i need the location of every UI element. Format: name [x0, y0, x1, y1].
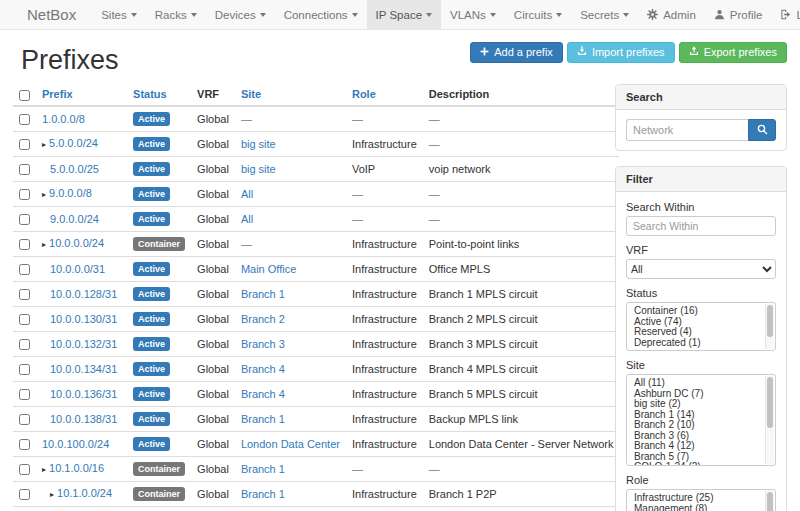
row-checkbox[interactable]	[19, 189, 30, 200]
prefix-link[interactable]: 10.0.0.134/31	[50, 363, 117, 375]
site-link[interactable]: Branch 4	[241, 363, 285, 375]
option-all-11[interactable]: All (11)	[627, 378, 762, 389]
column-header-site[interactable]: Site	[235, 84, 346, 106]
add-prefix-button[interactable]: Add a prefix	[470, 42, 563, 63]
row-checkbox[interactable]	[19, 439, 30, 450]
row-checkbox[interactable]	[19, 114, 30, 125]
column-header-prefix[interactable]: Prefix	[36, 84, 127, 106]
prefix-link[interactable]: 10.0.0.128/31	[50, 288, 117, 300]
option-deprecated-1[interactable]: Deprecated (1)	[627, 338, 762, 349]
logout-link[interactable]: Log out	[771, 0, 800, 29]
site-link[interactable]: big site	[241, 138, 276, 150]
option-container-16[interactable]: Container (16)	[627, 306, 762, 317]
empty-dash: —	[352, 188, 363, 200]
navbar-brand[interactable]: NetBox	[27, 0, 76, 29]
role-listbox[interactable]: Infrastructure (25)Management (8)Private…	[626, 489, 776, 511]
search-input[interactable]	[626, 119, 748, 141]
option-branch-4-12[interactable]: Branch 4 (12)	[627, 441, 762, 452]
vrf-value: Global	[197, 438, 229, 450]
table-row: ▸10.1.0.0/24ContainerGlobalBranch 1Infra…	[13, 481, 619, 506]
row-checkbox[interactable]	[19, 414, 30, 425]
column-header-role[interactable]: Role	[346, 84, 423, 106]
status-badge: Container	[133, 237, 185, 251]
status-listbox[interactable]: Container (16)Active (74)Reserved (4)Dep…	[626, 302, 776, 351]
option-colo-1-24-2[interactable]: COLO-1-24 (2)	[627, 462, 762, 466]
row-checkbox[interactable]	[19, 464, 30, 475]
prefix-link[interactable]: 10.0.0.132/31	[50, 338, 117, 350]
row-checkbox[interactable]	[19, 264, 30, 275]
site-link[interactable]: Branch 1	[241, 488, 285, 500]
site-listbox[interactable]: All (11)Ashburn DC (7)big site (2)Branch…	[626, 374, 776, 466]
vrf-value: Global	[197, 113, 229, 125]
admin-link[interactable]: Admin	[638, 0, 705, 29]
prefix-link[interactable]: 10.1.0.0/16	[49, 462, 104, 474]
column-header-status[interactable]: Status	[127, 84, 191, 106]
vrf-value: Global	[197, 288, 229, 300]
vrf-select[interactable]: All	[626, 259, 776, 279]
nav-item-racks[interactable]: Racks	[146, 0, 206, 29]
row-checkbox[interactable]	[19, 364, 30, 375]
site-link[interactable]: London Data Center	[241, 438, 340, 450]
prefix-link[interactable]: 10.0.100.0/24	[42, 438, 109, 450]
site-link[interactable]: Branch 1	[241, 288, 285, 300]
import-prefixes-button[interactable]: Import prefixes	[567, 42, 675, 63]
site-link[interactable]: Branch 2	[241, 313, 285, 325]
profile-link[interactable]: Profile	[705, 0, 772, 29]
site-link[interactable]: Branch 4	[241, 388, 285, 400]
prefix-link[interactable]: 10.0.0.130/31	[50, 313, 117, 325]
row-checkbox[interactable]	[19, 339, 30, 350]
option-reserved-4[interactable]: Reserved (4)	[627, 327, 762, 338]
table-row: ▸10.0.0.0/24ContainerGlobal—Infrastructu…	[13, 231, 619, 256]
export-prefixes-button[interactable]: Export prefixes	[679, 42, 787, 63]
option-management-8[interactable]: Management (8)	[627, 504, 762, 511]
vrf-value: Global	[197, 463, 229, 475]
option-infrastructure-25[interactable]: Infrastructure (25)	[627, 493, 762, 504]
site-link[interactable]: Main Office	[241, 263, 296, 275]
row-checkbox[interactable]	[19, 489, 30, 500]
nav-item-secrets[interactable]: Secrets	[571, 0, 638, 29]
site-link[interactable]: All	[241, 213, 253, 225]
site-link[interactable]: Branch 1	[241, 463, 285, 475]
nav-item-devices[interactable]: Devices	[206, 0, 275, 29]
search-within-label: Search Within	[626, 201, 776, 213]
row-checkbox[interactable]	[19, 389, 30, 400]
row-checkbox[interactable]	[19, 164, 30, 175]
search-button[interactable]	[748, 119, 776, 141]
option-branch-2-10[interactable]: Branch 2 (10)	[627, 420, 762, 431]
row-checkbox[interactable]	[19, 139, 30, 150]
role-value: Infrastructure	[352, 363, 417, 375]
prefix-link[interactable]: 10.0.0.0/24	[49, 237, 104, 249]
column-header-description: Description	[423, 84, 620, 106]
site-link[interactable]: All	[241, 188, 253, 200]
prefix-link[interactable]: 10.0.0.138/31	[50, 413, 117, 425]
option-big-site-2[interactable]: big site (2)	[627, 399, 762, 410]
prefix-link[interactable]: 10.0.0.0/31	[50, 263, 105, 275]
prefix-link[interactable]: 10.1.0.0/24	[57, 487, 112, 499]
nav-item-connections[interactable]: Connections	[275, 0, 367, 29]
prefix-link[interactable]: 10.0.0.136/31	[50, 388, 117, 400]
scrollbar[interactable]	[765, 376, 774, 464]
site-link[interactable]: Branch 3	[241, 338, 285, 350]
prefix-link[interactable]: 1.0.0.0/8	[42, 113, 85, 125]
search-within-input[interactable]	[626, 216, 776, 236]
nav-item-sites[interactable]: Sites	[92, 0, 146, 29]
row-checkbox[interactable]	[19, 314, 30, 325]
nav-item-vlans[interactable]: VLANs	[441, 0, 505, 29]
row-checkbox[interactable]	[19, 214, 30, 225]
scrollbar[interactable]	[765, 491, 774, 511]
vrf-value: Global	[197, 388, 229, 400]
select-all-checkbox[interactable]	[19, 90, 30, 101]
prefix-link[interactable]: 5.0.0.0/25	[50, 163, 99, 175]
site-link[interactable]: Branch 1	[241, 413, 285, 425]
site-link[interactable]: big site	[241, 163, 276, 175]
nav-item-ip-space[interactable]: IP Space	[367, 0, 441, 29]
row-checkbox[interactable]	[19, 239, 30, 250]
prefix-link[interactable]: 9.0.0.0/8	[49, 187, 92, 199]
select-all-checkbox-cell	[13, 84, 36, 106]
status-badge: Active	[133, 337, 170, 351]
prefix-link[interactable]: 5.0.0.0/24	[49, 137, 98, 149]
nav-item-circuits[interactable]: Circuits	[505, 0, 571, 29]
prefix-link[interactable]: 9.0.0.0/24	[50, 213, 99, 225]
row-checkbox[interactable]	[19, 289, 30, 300]
scrollbar[interactable]	[765, 304, 774, 349]
